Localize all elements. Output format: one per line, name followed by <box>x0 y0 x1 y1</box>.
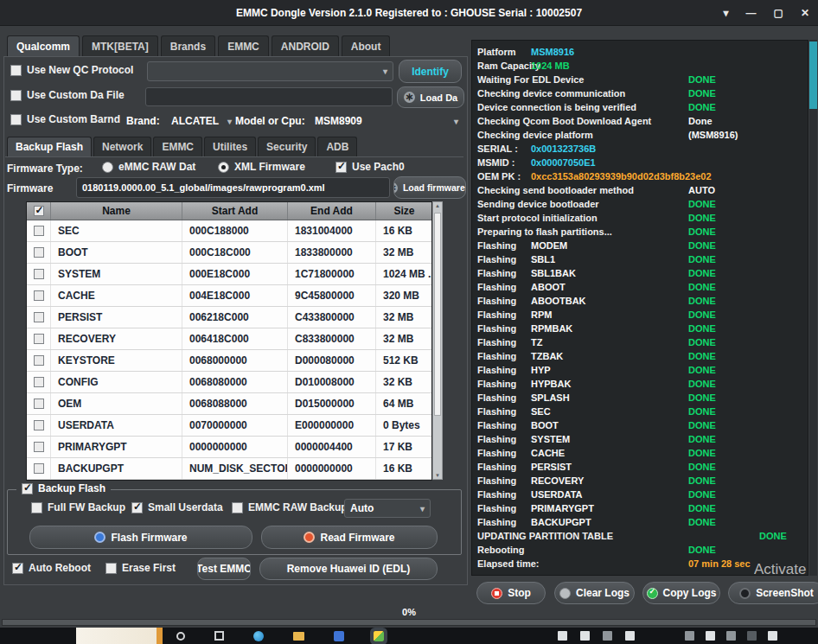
header-name[interactable]: Name <box>51 202 182 220</box>
tray-icon[interactable] <box>768 631 777 641</box>
read-firmware-button[interactable]: Read Firmware <box>261 526 438 549</box>
table-row[interactable]: SEC 000C188000 1831004000 16 KB <box>27 220 431 242</box>
load-firmware-button[interactable]: ∗ Load firmware fi <box>393 176 466 199</box>
auto-reboot-checkbox[interactable] <box>12 563 23 574</box>
qc-protocol-select[interactable]: ▾ <box>147 61 393 81</box>
table-row[interactable]: CACHE 004E18C000 9C45800000 320 MB <box>27 285 431 307</box>
log-label: Elapsed time: <box>477 558 540 569</box>
scroll-up-icon[interactable]: ▲ <box>433 203 442 208</box>
pinned-app-icon[interactable] <box>558 631 567 641</box>
log-line: UPDATING PARTITION TABLE DONE <box>472 530 808 544</box>
erase-first-label: Erase First <box>122 562 176 574</box>
header-end[interactable]: End Add <box>288 202 376 220</box>
log-scrollbar[interactable] <box>809 40 817 576</box>
table-scrollbar[interactable]: ▲ ▼ <box>432 201 443 480</box>
main-tab[interactable]: About <box>342 35 391 57</box>
maximize-button[interactable]: ▢ <box>774 7 783 19</box>
row-checkbox[interactable] <box>34 312 44 322</box>
stop-button[interactable]: Stop <box>476 582 546 604</box>
table-row[interactable]: BOOT 000C18C000 1833800000 32 MB <box>27 242 431 264</box>
row-checkbox[interactable] <box>34 463 44 474</box>
tray-icon[interactable] <box>706 631 715 641</box>
row-checkbox[interactable] <box>34 226 44 236</box>
sub-tab[interactable]: Utilites <box>204 137 256 156</box>
use-new-qc-checkbox[interactable] <box>10 65 22 76</box>
small-userdata-checkbox[interactable] <box>131 502 143 513</box>
close-button[interactable]: ✕ <box>801 7 809 19</box>
table-row[interactable]: SYSTEM 000E18C000 1C71800000 1024 MB ... <box>27 264 431 285</box>
firmware-path-input[interactable]: 0180119.0000.00_5.1_global/images/rawpro… <box>76 177 390 198</box>
emmc-raw-backup-checkbox[interactable] <box>232 502 243 513</box>
main-tab[interactable]: Brands <box>161 35 215 57</box>
row-checkbox[interactable] <box>34 247 44 258</box>
header-size[interactable]: Size <box>376 202 433 220</box>
custom-da-path-input[interactable] <box>145 87 393 106</box>
use-custom-brand-checkbox[interactable] <box>10 114 22 125</box>
task-view-icon[interactable] <box>214 631 224 641</box>
tray-icon[interactable] <box>726 631 736 641</box>
header-start[interactable]: Start Add <box>182 202 288 220</box>
scroll-down-icon[interactable]: ▼ <box>433 473 442 478</box>
flash-firmware-button[interactable]: Flash Firmware <box>29 526 252 549</box>
use-pach-checkbox[interactable] <box>336 162 347 173</box>
scrollbar-thumb[interactable] <box>434 213 441 416</box>
table-row[interactable]: USERDATA 0070000000 E000000000 0 Bytes <box>27 415 431 437</box>
select-all-checkbox[interactable] <box>34 206 44 216</box>
sub-tab[interactable]: Backup Flash <box>7 137 92 156</box>
main-tab[interactable]: EMMC <box>218 35 269 57</box>
screenshot-button[interactable]: ScreenShot <box>728 582 818 604</box>
raw-backup-mode-select[interactable]: Auto ▾ <box>344 499 431 518</box>
row-checkbox[interactable] <box>34 269 44 279</box>
tray-icon[interactable] <box>747 631 757 641</box>
row-checkbox[interactable] <box>34 420 44 430</box>
test-emmc-button[interactable]: Test EMMC <box>197 558 251 580</box>
log-scrollbar-thumb[interactable] <box>809 41 817 109</box>
table-row[interactable]: PERSIST 006218C000 C433800000 32 MB <box>27 307 431 328</box>
minimize-button[interactable]: — <box>746 7 757 19</box>
use-custom-da-checkbox[interactable] <box>10 90 22 101</box>
row-checkbox[interactable] <box>34 399 44 409</box>
main-tab[interactable]: ANDROID <box>272 35 339 57</box>
emmc-tool-icon[interactable] <box>374 631 384 641</box>
table-row[interactable]: PRIMARYGPT 0000000000 0000004400 17 KB <box>27 437 431 458</box>
browser-icon[interactable] <box>253 631 264 641</box>
full-fw-backup-checkbox[interactable] <box>31 502 42 513</box>
erase-first-checkbox[interactable] <box>105 563 117 574</box>
brand-select[interactable]: ALCATEL ▾ <box>171 112 232 131</box>
app-icon[interactable] <box>334 631 344 641</box>
row-checkbox[interactable] <box>34 334 44 344</box>
pinned-app-icon[interactable] <box>625 631 635 641</box>
search-icon[interactable] <box>176 632 185 641</box>
table-row[interactable]: CONFIG 0068080000 D010008000 32 KB <box>27 372 431 393</box>
taskbar-app-window-button[interactable] <box>76 628 163 644</box>
sub-tab[interactable]: Network <box>93 137 151 156</box>
load-da-button[interactable]: ∗ Load Da <box>397 86 464 108</box>
identify-button[interactable]: Identify <box>399 60 462 83</box>
file-explorer-icon[interactable] <box>293 632 304 641</box>
auto-reboot-label: Auto Reboot <box>29 562 91 574</box>
pinned-app-icon[interactable] <box>603 631 612 641</box>
clear-logs-button[interactable]: Clear Logs <box>554 582 635 604</box>
model-select[interactable]: MSM8909 ▾ <box>315 112 458 131</box>
row-checkbox[interactable] <box>34 442 44 452</box>
xml-firmware-radio[interactable] <box>218 162 229 173</box>
sub-tab[interactable]: ADB <box>317 137 357 156</box>
backup-flash-checkbox[interactable] <box>22 483 33 494</box>
row-checkbox[interactable] <box>34 290 44 301</box>
pinned-app-icon[interactable] <box>580 631 590 641</box>
table-row[interactable]: KEYSTORE 0068000000 D000080000 512 KB <box>27 350 431 372</box>
menu-caret-icon[interactable]: ▾ <box>724 7 729 19</box>
main-tab[interactable]: Qualcomm <box>7 35 80 57</box>
tray-icon[interactable] <box>685 631 694 641</box>
copy-logs-button[interactable]: Copy Logs <box>642 582 720 604</box>
table-row[interactable]: OEM 0068088000 D015000000 64 MB <box>27 393 431 415</box>
main-tab[interactable]: MTK[BETA] <box>82 35 158 57</box>
table-row[interactable]: BACKUPGPT NUM_DISK_SECTOR... 0000000000 … <box>27 458 431 480</box>
row-checkbox[interactable] <box>34 355 44 366</box>
row-checkbox[interactable] <box>34 377 44 387</box>
sub-tab[interactable]: EMMC <box>153 137 202 156</box>
table-row[interactable]: RECOVERY 006418C000 C833800000 32 MB <box>27 328 431 350</box>
emmc-raw-radio[interactable] <box>102 162 113 173</box>
remove-huawei-id-button[interactable]: Remove Huawei ID (EDL) <box>259 558 438 580</box>
sub-tab[interactable]: Security <box>258 137 316 156</box>
